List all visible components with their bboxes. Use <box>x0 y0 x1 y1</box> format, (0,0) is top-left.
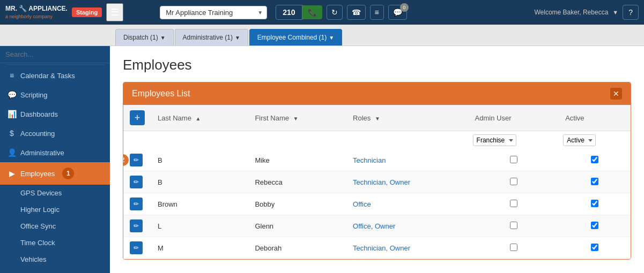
sidebar-item-employees[interactable]: ▶ Employees 1 <box>0 162 110 185</box>
accounting-icon: $ <box>8 129 16 138</box>
panel-title: Employees List <box>132 89 190 98</box>
admin-user-cell <box>469 237 559 259</box>
calendar-tasks-icon: ≡ <box>8 71 16 80</box>
tab-employee-combined-label: Employee Combined (1) <box>257 34 327 41</box>
sort-icon-roles: ▼ <box>375 116 380 122</box>
tab-employee-combined-chevron: ▼ <box>329 35 334 41</box>
sidebar-item-scripting[interactable]: 💬 Scripting <box>0 85 110 104</box>
call-number: 210 <box>276 5 302 20</box>
table-row: ✏ Brown Bobby Office <box>123 193 631 215</box>
sidebar-item-gps-devices[interactable]: GPS Devices <box>0 185 110 201</box>
role-cell: Office, Owner <box>346 215 469 237</box>
admin-user-filter[interactable]: Franchise All Yes No <box>473 134 516 146</box>
filter-first-name-cell <box>248 131 346 150</box>
welcome-text: Welcome Baker, Rebecca <box>534 9 608 16</box>
col-add: + <box>123 105 151 131</box>
admin-user-checkbox[interactable] <box>510 222 517 229</box>
last-name-cell: B <box>151 171 248 193</box>
refresh-button[interactable]: ↻ <box>327 5 343 20</box>
sidebar-search-area <box>0 46 110 63</box>
call-button[interactable]: 📞 <box>302 5 322 19</box>
filter-row: Franchise All Yes No Active <box>123 131 631 150</box>
col-roles[interactable]: Roles ▼ <box>346 105 469 131</box>
sidebar-item-label: Time Clock <box>20 239 55 247</box>
sidebar-item-time-clock[interactable]: Time Clock <box>0 234 110 251</box>
sidebar-item-higher-logic[interactable]: Higher Logic <box>0 201 110 218</box>
col-admin-user: Admin User <box>469 105 559 131</box>
col-last-name[interactable]: Last Name ▲ <box>151 105 248 131</box>
row-edit-cell: ✏ <box>123 171 151 193</box>
sidebar-item-label: Office Sync <box>20 222 56 230</box>
tab-dispatch[interactable]: Dispatch (1) ▼ <box>115 29 174 46</box>
dashboards-icon: 📊 <box>8 110 16 118</box>
admin-user-checkbox[interactable] <box>510 178 517 185</box>
panel-body: + Last Name ▲ First Name ▼ Roles ▼ <box>123 105 631 259</box>
active-filter[interactable]: Active All Yes No <box>563 134 596 146</box>
phone-button[interactable]: ☎ <box>347 5 366 20</box>
first-name-cell: Bobby <box>248 193 346 215</box>
row-edit-cell: ✏ <box>123 193 151 215</box>
add-employee-button[interactable]: + <box>130 110 145 125</box>
franchise-select[interactable]: Mr Appliance Training <box>160 6 267 19</box>
active-checkbox[interactable] <box>591 178 598 185</box>
last-name-cell: B <box>151 149 248 171</box>
edit-button-3[interactable]: ✏ <box>130 198 143 210</box>
first-name-cell: Glenn <box>248 215 346 237</box>
sidebar-item-label: Higher Logic <box>20 206 60 214</box>
top-header: MR. 🔧 APPLIANCE. a neighborly company St… <box>0 0 644 25</box>
sidebar-item-label: Employees <box>20 170 55 178</box>
panel-header: Employees List ✕ <box>123 82 631 105</box>
edit-button-5[interactable]: ✏ <box>130 241 143 254</box>
active-cell <box>559 193 631 215</box>
hamburger-button[interactable]: ☰ <box>106 3 123 21</box>
last-name-cell: Brown <box>151 193 248 215</box>
tab-administrative[interactable]: Administrative (1) ▼ <box>175 29 248 46</box>
sidebar: ≡ Calendar & Tasks 💬 Scripting 📊 Dashboa… <box>0 46 110 273</box>
sidebar-item-calendar-tasks[interactable]: ≡ Calendar & Tasks <box>0 66 110 85</box>
scripting-icon: 💬 <box>8 90 16 99</box>
filter-admin-user-cell: Franchise All Yes No <box>469 131 559 150</box>
employees-panel: Employees List ✕ + Last Name ▲ <box>123 82 631 260</box>
sidebar-item-label: Accounting <box>20 130 55 138</box>
sidebar-item-administrative[interactable]: 👤 Administrative <box>0 143 110 162</box>
tab-administrative-label: Administrative (1) <box>183 34 233 41</box>
active-cell <box>559 237 631 259</box>
tab-employee-combined[interactable]: Employee Combined (1) ▼ <box>249 29 342 46</box>
admin-user-checkbox[interactable] <box>510 156 517 163</box>
franchise-selector-wrapper: Mr Appliance Training <box>160 6 267 19</box>
stack-button[interactable]: ≡ <box>370 5 384 20</box>
filter-roles-cell <box>346 131 469 150</box>
role-cell: Technician, Owner <box>346 237 469 259</box>
row-edit-cell: ✏ <box>123 237 151 259</box>
edit-button-2[interactable]: ✏ <box>130 176 143 188</box>
admin-user-checkbox[interactable] <box>510 244 517 251</box>
edit-button-4[interactable]: ✏ <box>130 219 143 232</box>
administrative-icon: 👤 <box>8 148 16 157</box>
active-checkbox[interactable] <box>591 156 598 163</box>
panel-close-button[interactable]: ✕ <box>610 88 622 100</box>
welcome-chevron: ▼ <box>612 9 618 16</box>
sidebar-item-vehicles[interactable]: Vehicles <box>0 251 110 268</box>
active-checkbox[interactable] <box>591 200 598 207</box>
col-first-name[interactable]: First Name ▼ <box>248 105 346 131</box>
active-checkbox[interactable] <box>591 244 598 251</box>
staging-badge: Staging <box>72 7 102 17</box>
role-cell: Office <box>346 193 469 215</box>
edit-button-1[interactable]: ✏ <box>130 154 143 166</box>
active-checkbox[interactable] <box>591 222 598 229</box>
sidebar-item-accounting[interactable]: $ Accounting <box>0 124 110 143</box>
sidebar-item-office-sync[interactable]: Office Sync <box>0 218 110 234</box>
main-layout: ≡ Calendar & Tasks 💬 Scripting 📊 Dashboa… <box>0 46 644 273</box>
sort-icon-first-name: ▼ <box>293 116 299 122</box>
help-button[interactable]: ? <box>623 5 639 20</box>
notification-button[interactable]: 💬 0 <box>388 5 407 20</box>
search-input[interactable] <box>5 50 105 58</box>
notification-count: 0 <box>400 3 409 12</box>
sidebar-divider-1 <box>5 64 105 65</box>
admin-user-checkbox[interactable] <box>510 200 517 207</box>
admin-user-cell <box>469 149 559 171</box>
first-name-cell: Rebecca <box>248 171 346 193</box>
logo-text: MR. 🔧 APPLIANCE. <box>5 5 68 12</box>
step-badge-2: 2 <box>123 154 129 166</box>
sidebar-item-dashboards[interactable]: 📊 Dashboards <box>0 104 110 124</box>
